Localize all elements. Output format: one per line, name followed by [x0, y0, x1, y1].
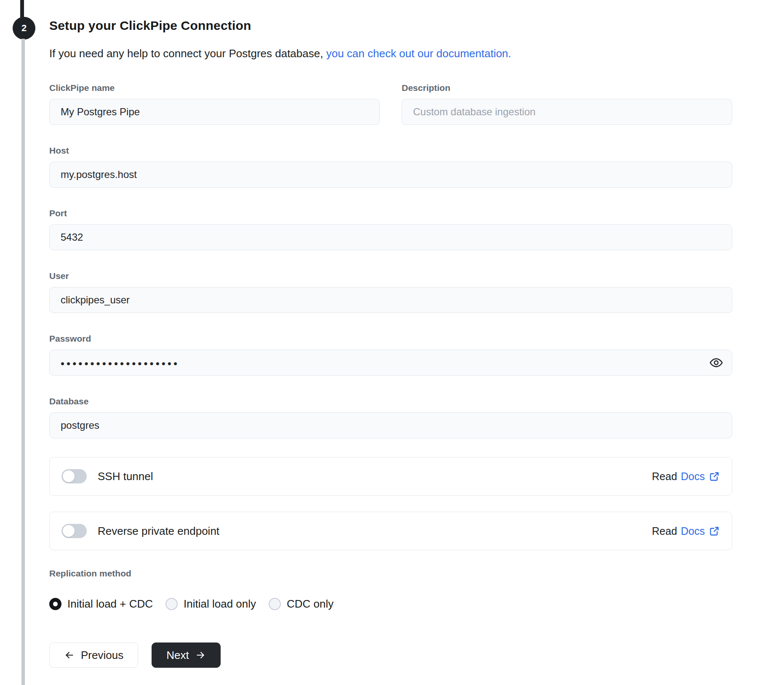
host-input[interactable]: [49, 162, 732, 188]
clickpipe-setup-panel: Setup your ClickPipe Connection If you n…: [49, 0, 732, 668]
host-label: Host: [49, 145, 732, 156]
page-title: Setup your ClickPipe Connection: [49, 18, 732, 34]
radio-initial-load-cdc[interactable]: Initial load + CDC: [49, 597, 153, 611]
toggle-knob: [63, 470, 75, 482]
password-label: Password: [49, 333, 732, 344]
external-link-icon[interactable]: [709, 471, 720, 482]
ssh-docs-link[interactable]: Docs: [681, 470, 705, 483]
user-input[interactable]: [49, 287, 732, 313]
help-text: If you need any help to connect your Pos…: [49, 46, 732, 61]
step-number: 2: [21, 23, 27, 34]
reverse-private-endpoint-row: Reverse private endpoint Read Docs: [49, 512, 732, 550]
database-field-group: Database: [49, 396, 732, 438]
port-label: Port: [49, 208, 732, 219]
clickpipe-name-label: ClickPipe name: [49, 82, 380, 93]
radio-button-icon: [165, 598, 178, 610]
replication-method-radio-group: Initial load + CDC Initial load only CDC…: [49, 597, 732, 611]
reverse-private-endpoint-label: Reverse private endpoint: [98, 525, 652, 538]
database-label: Database: [49, 396, 732, 407]
clickpipe-name-field-group: ClickPipe name: [49, 82, 380, 125]
documentation-link[interactable]: you can check out our documentation.: [326, 47, 511, 60]
radio-initial-load-only[interactable]: Initial load only: [165, 597, 256, 611]
toggle-knob: [63, 525, 75, 537]
help-text-plain: If you need any help to connect your Pos…: [49, 47, 323, 60]
description-field-group: Description: [402, 82, 732, 125]
ssh-tunnel-label: SSH tunnel: [98, 470, 652, 483]
wizard-actions: Previous Next: [49, 643, 732, 668]
stepper-line-bottom: [21, 39, 25, 685]
password-input[interactable]: [49, 350, 732, 376]
external-link-icon[interactable]: [709, 526, 720, 537]
read-text: Read: [652, 470, 677, 483]
ssh-tunnel-toggle[interactable]: [61, 469, 87, 483]
reverse-endpoint-docs-link[interactable]: Docs: [681, 525, 705, 537]
clickpipe-name-input[interactable]: [49, 99, 380, 125]
radio-cdc-only[interactable]: CDC only: [269, 597, 333, 611]
port-field-group: Port: [49, 208, 732, 250]
stepper-line-top: [20, 0, 24, 19]
eye-icon: [709, 356, 723, 370]
next-button[interactable]: Next: [152, 643, 220, 668]
port-input[interactable]: [49, 224, 732, 250]
radio-button-icon: [49, 598, 61, 610]
ssh-tunnel-row: SSH tunnel Read Docs: [49, 457, 732, 496]
read-text: Read: [652, 525, 677, 537]
reverse-private-endpoint-toggle[interactable]: [61, 524, 87, 538]
database-input[interactable]: [49, 412, 732, 438]
arrow-left-icon: [64, 650, 75, 661]
arrow-right-icon: [195, 650, 206, 661]
user-label: User: [49, 271, 732, 281]
step-number-badge: 2: [13, 17, 35, 40]
host-field-group: Host: [49, 145, 732, 188]
radio-button-icon: [269, 598, 281, 610]
show-password-button[interactable]: [707, 353, 725, 372]
replication-method-label: Replication method: [49, 568, 732, 579]
description-label: Description: [402, 82, 732, 93]
password-field-group: Password: [49, 333, 732, 376]
user-field-group: User: [49, 271, 732, 313]
description-input[interactable]: [402, 99, 732, 125]
previous-button[interactable]: Previous: [49, 643, 138, 668]
